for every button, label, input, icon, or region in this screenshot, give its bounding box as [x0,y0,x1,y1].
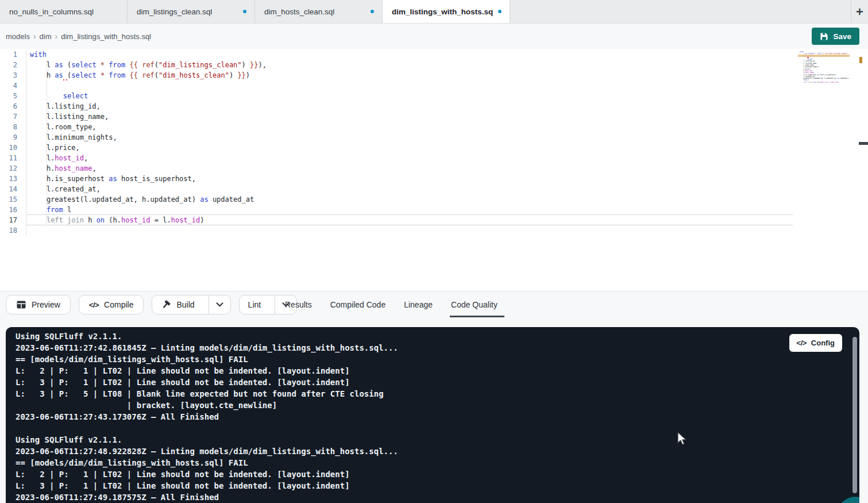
editor-tab[interactable]: no_nulls_in_columns.sql [0,0,128,23]
code-area[interactable]: 1with2 l as (select * from {{ ref("dim_l… [0,49,793,236]
terminal-line: 2023-06-06T11:27:42.861845Z — Linting mo… [16,342,398,354]
terminal-line: L: 3 | P: 1 | LT02 | Line should not be … [16,377,398,388]
code-line[interactable]: 16 from l [0,205,793,215]
tab-results[interactable]: Results [285,291,312,317]
terminal-line: == [models/dim/dim_listings_with_hosts.s… [16,457,398,469]
line-number: 10 [0,143,17,153]
breadcrumb-item[interactable]: models [6,32,30,41]
code-text: left join h on (h.host_id = l.host_id) [30,216,205,224]
help-bubble[interactable] [837,497,859,503]
editor-tab[interactable]: dim_listings_with_hosts.sql [383,0,510,23]
code-line[interactable]: 10 l.price, [0,143,793,153]
editor-tab[interactable]: dim_listings_clean.sql [128,0,255,23]
tab-code-quality[interactable]: Code Quality [451,291,497,317]
code-line[interactable]: 5 select [0,91,793,101]
code-line[interactable]: 8 l.room_type, [0,122,793,132]
tab-compiled-code[interactable]: Compiled Code [330,291,386,317]
terminal-output: Using SQLFluff v2.1.1.2023-06-06T11:27:4… [16,331,398,503]
breadcrumb-chevron-icon: › [33,32,36,41]
terminal: Using SQLFluff v2.1.1.2023-06-06T11:27:4… [6,327,859,503]
compile-button[interactable]: </> Compile [79,295,144,314]
build-button[interactable]: Build [152,295,203,314]
line-number: 2 [0,60,17,70]
code-line[interactable]: 18 [0,225,793,236]
terminal-line: 2023-06-06T11:27:43.173076Z — All Finish… [16,411,398,423]
tab-lineage[interactable]: Lineage [404,291,433,317]
config-button[interactable]: </> Config [789,334,842,352]
lint-button[interactable]: Lint [240,295,270,314]
minimap-warning-band [798,55,850,57]
lint-label: Lint [248,300,261,309]
code-line[interactable]: 6 l.listing_id, [0,101,793,112]
terminal-line: 2023-06-06T11:27:49.187575Z — All Finish… [16,492,398,503]
terminal-line: == [models/dim/dim_listings_with_hosts.s… [16,354,398,365]
line-number: 16 [0,205,17,215]
breadcrumb-item: dim_listings_with_hosts.sql [61,32,151,41]
terminal-line: L: 3 | P: 1 | LT02 | Line should not be … [16,480,398,492]
scrollbar-position-mark [859,142,868,145]
code-line[interactable]: 3 h as (select * from {{ ref("dim_hosts_… [0,70,793,80]
line-number: 11 [0,153,17,163]
ide-root: no_nulls_in_columns.sqldim_listings_clea… [0,0,868,503]
terminal-line [16,423,398,434]
code-line[interactable]: 12 h.host_name, [0,163,793,174]
modified-indicator-icon [243,10,246,13]
line-number: 4 [0,80,17,91]
code-text: greatest(l.updated_at, h.updated_at) as … [30,195,254,203]
line-number: 18 [0,225,17,236]
code-editor[interactable]: 1with2 l as (select * from {{ ref("dim_l… [0,49,868,291]
breadcrumb-chevron-icon: › [55,32,58,41]
terminal-line: 2023-06-06T11:27:48.922828Z — Linting mo… [16,446,398,457]
tab-label: no_nulls_in_columns.sql [9,7,119,16]
terminal-scrollbar[interactable] [852,337,857,493]
code-text: l.minimum_nights, [30,133,117,141]
code-line[interactable]: 1with [0,49,793,60]
tab-bar: no_nulls_in_columns.sqldim_listings_clea… [0,0,868,24]
build-dropdown-button[interactable] [209,295,230,314]
terminal-line: | bracket. [layout.cte_newline] [16,400,398,411]
compile-label: Compile [104,300,133,309]
code-line[interactable]: 9 l.minimum_nights, [0,132,793,143]
code-text: h.host_name, [30,164,97,172]
build-label: Build [176,300,194,309]
code-text: with [30,51,47,59]
code-text: select [30,92,88,100]
code-text: l as (select * from {{ ref("dim_listings… [30,61,267,69]
code-line[interactable]: 15 greatest(l.updated_at, h.updated_at) … [0,194,793,205]
terminal-line: L: 2 | P: 1 | LT02 | Line should not be … [16,469,398,480]
line-number: 3 [0,70,17,80]
line-number: 14 [0,184,17,194]
code-text: l.room_type, [30,123,97,131]
modified-indicator-icon [498,10,501,13]
line-number: 13 [0,174,17,184]
code-text: h.is_superhost as host_is_superhost, [30,175,196,183]
line-number: 7 [0,112,17,122]
code-text: l.price, [30,144,80,152]
editor-tab[interactable]: dim_hosts_clean.sql [255,0,383,23]
bottom-panel: Preview </> Compile Build [0,291,868,503]
terminal-line: Using SQLFluff v2.1.1. [16,434,398,446]
code-line[interactable]: 11 l.host_id, [0,153,793,163]
config-label: Config [811,339,835,347]
breadcrumb-item[interactable]: dim [40,32,52,41]
new-tab-button[interactable]: + [851,0,868,24]
action-bar: Preview </> Compile Build [6,295,297,314]
line-number: 17 [0,215,17,225]
code-line[interactable]: 17 left join h on (h.host_id = l.host_id… [0,215,793,225]
terminal-line: L: 2 | P: 1 | LT02 | Line should not be … [16,365,398,377]
line-number: 15 [0,194,17,205]
save-button[interactable]: Save [812,28,859,45]
preview-button[interactable]: Preview [6,295,71,314]
code-line[interactable]: 14 l.created_at, [0,184,793,194]
code-line[interactable]: 4 [0,80,793,91]
line-number: 8 [0,122,17,132]
code-line[interactable]: 2 l as (select * from {{ ref("dim_listin… [0,60,793,70]
code-line[interactable]: 13 h.is_superhost as host_is_superhost, [0,174,793,184]
tab-results-label: Results [285,300,312,309]
breadcrumb: models›dim›dim_listings_with_hosts.sql [6,24,151,49]
mouse-cursor [677,432,688,446]
code-text: l.created_at, [30,185,101,193]
code-line[interactable]: 7 l.listing_name, [0,112,793,122]
terminal-line: Using SQLFluff v2.1.1. [16,331,398,342]
line-number: 6 [0,101,17,112]
